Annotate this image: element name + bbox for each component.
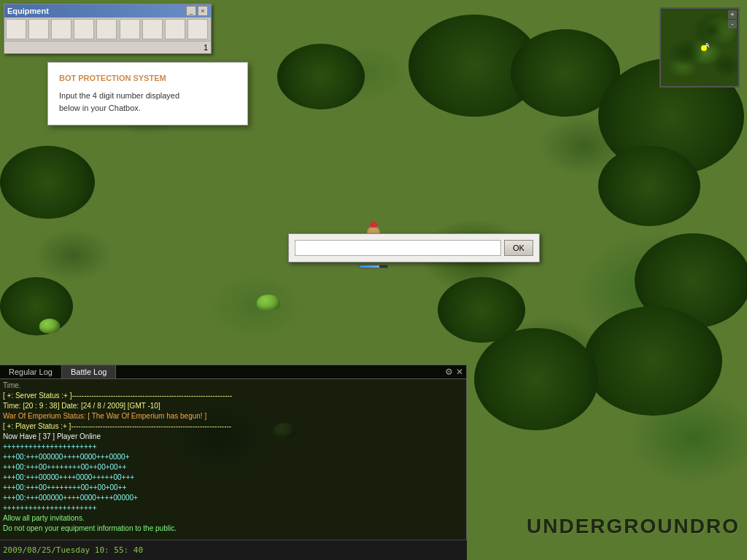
eq-slot-3[interactable]: [51, 19, 71, 39]
minimap-forest: [668, 38, 705, 67]
chat-line: ++++++++++++++++++++++: [3, 503, 463, 513]
chat-line: +++00:+++00++++++++00++00+00++: [3, 483, 463, 493]
chat-line: +++00:+++00++++++++00++00+00++: [3, 462, 463, 472]
status-datetime: 2009/08/25/Tuesday 10: 55: 40: [3, 545, 143, 555]
chat-line: Allow all party invitations.: [3, 513, 463, 524]
tree-cluster: [0, 146, 95, 219]
chat-line: Do not open your equipment information t…: [3, 524, 463, 534]
equipment-window: Equipment _ × 1: [4, 4, 212, 54]
char-hp-bar: [359, 265, 388, 268]
chat-line: War Of Emperium Status: [ The War Of Emp…: [3, 411, 463, 421]
chat-line: [ +: Player Status :+ ]-----------------…: [3, 421, 463, 432]
chat-content[interactable]: Time.[ +: Server Status :+ ]------------…: [0, 379, 466, 540]
tree-cluster: [474, 328, 598, 430]
tree-cluster: [598, 146, 700, 226]
chat-settings-icon[interactable]: ⚙: [445, 367, 453, 377]
status-bar: 2009/08/25/Tuesday 10: 55: 40: [0, 540, 467, 560]
slime-creature[interactable]: [39, 319, 60, 333]
eq-slot-5[interactable]: [96, 19, 117, 39]
chatbox-input[interactable]: [295, 240, 501, 256]
eq-slot-7[interactable]: [142, 19, 163, 39]
equipment-slots: [4, 18, 211, 42]
minimap-zoom-in[interactable]: +: [728, 10, 737, 19]
ok-button[interactable]: OK: [504, 240, 533, 256]
slime-creature[interactable]: [257, 295, 280, 311]
tab-regular-log[interactable]: Regular Log: [0, 365, 62, 378]
eq-slot-1[interactable]: [6, 19, 26, 39]
tree-cluster: [277, 44, 365, 109]
chat-line: +++00:+++000000++++0000+++0000+: [3, 452, 463, 462]
char-hp-fill: [360, 265, 379, 268]
tab-battle-log[interactable]: Battle Log: [62, 365, 117, 378]
chat-close-icon[interactable]: ✕: [456, 367, 463, 377]
minimap-content: A: [661, 9, 738, 86]
chat-line: Time.: [3, 381, 463, 391]
minimap-controls: + -: [728, 10, 737, 28]
chatbox-input-dialog: OK: [288, 233, 540, 262]
chat-line: Now Have [ 37 ] Player Online: [3, 432, 463, 442]
bot-protection-dialog: BOT PROTECTION SYSTEM Input the 4 digit …: [47, 62, 248, 125]
chat-tabs: Regular Log Battle Log ⚙ ✕: [0, 365, 466, 379]
chat-line: ++++++++++++++++++++++: [3, 442, 463, 452]
minimap: A + -: [659, 7, 740, 88]
chat-line: +++00:+++00000++++0000+++++00+++: [3, 472, 463, 483]
eq-slot-8[interactable]: [165, 19, 185, 39]
chat-line: Time: [20 : 9 : 38] Date: [24 / 8 / 2009…: [3, 401, 463, 411]
input-row: OK: [295, 240, 533, 256]
tree-cluster: [584, 306, 722, 416]
chat-line: [ +: Server Status :+ ]-----------------…: [3, 391, 463, 401]
eq-slot-9[interactable]: [187, 19, 208, 39]
chat-tab-icons: ⚙ ✕: [445, 365, 466, 378]
watermark: UndergroundRO: [527, 515, 740, 538]
tree-cluster: [438, 277, 525, 343]
tree-cluster: [0, 277, 73, 335]
bot-text-line2: below in your Chatbox.: [59, 104, 141, 112]
equipment-title: Equipment: [7, 7, 49, 15]
equipment-titlebar[interactable]: Equipment _ ×: [4, 4, 211, 18]
bot-protection-title: BOT PROTECTION SYSTEM: [59, 74, 236, 82]
eq-slot-2[interactable]: [28, 19, 49, 39]
close-button[interactable]: ×: [198, 6, 208, 16]
minimap-area-label: A: [705, 42, 710, 49]
bot-protection-text: Input the 4 digit number displayed below…: [59, 90, 236, 114]
eq-slot-4[interactable]: [74, 19, 94, 39]
eq-slot-6[interactable]: [120, 19, 140, 39]
equipment-number: 1: [4, 42, 211, 53]
bot-text-line1: Input the 4 digit number displayed: [59, 91, 179, 100]
minimize-button[interactable]: _: [186, 6, 196, 16]
titlebar-buttons: _ ×: [186, 6, 208, 16]
minimap-zoom-out[interactable]: -: [728, 20, 737, 28]
chat-line: +++00:+++000000++++0000++++00000+: [3, 493, 463, 503]
minimap-forest: [712, 52, 740, 78]
chat-window: Regular Log Battle Log ⚙ ✕ Time.[ +: Ser…: [0, 365, 467, 540]
